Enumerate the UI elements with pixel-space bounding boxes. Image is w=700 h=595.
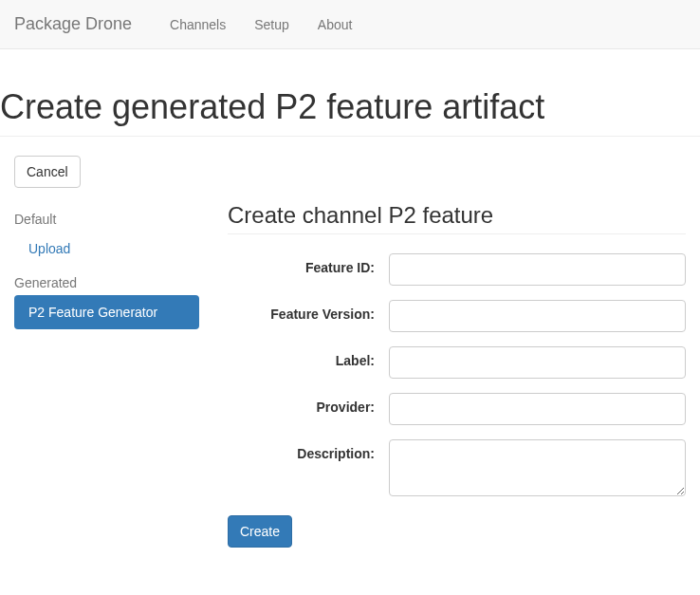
label-label: Label: xyxy=(228,346,389,368)
input-feature-id[interactable] xyxy=(389,253,686,286)
toolbar: Cancel xyxy=(14,156,686,188)
input-label[interactable] xyxy=(389,346,686,379)
navbar-brand[interactable]: Package Drone xyxy=(14,0,146,48)
sidebar-header-default: Default xyxy=(14,202,199,232)
sidebar-header-generated: Generated xyxy=(14,266,199,295)
create-button[interactable]: Create xyxy=(228,515,292,548)
label-description: Description: xyxy=(228,439,389,461)
nav-link-about[interactable]: About xyxy=(304,3,367,46)
p2-feature-form: Feature ID: Feature Version: Label: xyxy=(228,253,686,548)
cancel-button[interactable]: Cancel xyxy=(14,156,81,188)
navbar-nav: Channels Setup About xyxy=(156,3,366,46)
sidebar-item-p2-feature-generator[interactable]: P2 Feature Generator xyxy=(14,295,199,329)
input-description[interactable] xyxy=(389,439,686,496)
input-provider[interactable] xyxy=(389,393,686,425)
page-title: Create generated P2 feature artifact xyxy=(0,87,700,127)
form-title: Create channel P2 feature xyxy=(228,202,686,234)
main-content: Create channel P2 feature Feature ID: Fe… xyxy=(213,202,686,548)
input-feature-version[interactable] xyxy=(389,300,686,332)
label-provider: Provider: xyxy=(228,393,389,415)
nav-link-setup[interactable]: Setup xyxy=(240,3,304,46)
label-feature-id: Feature ID: xyxy=(228,253,389,275)
sidebar: Default Upload Generated P2 Feature Gene… xyxy=(14,202,213,548)
navbar: Package Drone Channels Setup About xyxy=(0,0,700,49)
nav-link-channels[interactable]: Channels xyxy=(156,3,240,46)
label-feature-version: Feature Version: xyxy=(228,300,389,322)
sidebar-item-upload[interactable]: Upload xyxy=(14,232,199,266)
page-header: Create generated P2 feature artifact xyxy=(0,87,700,137)
